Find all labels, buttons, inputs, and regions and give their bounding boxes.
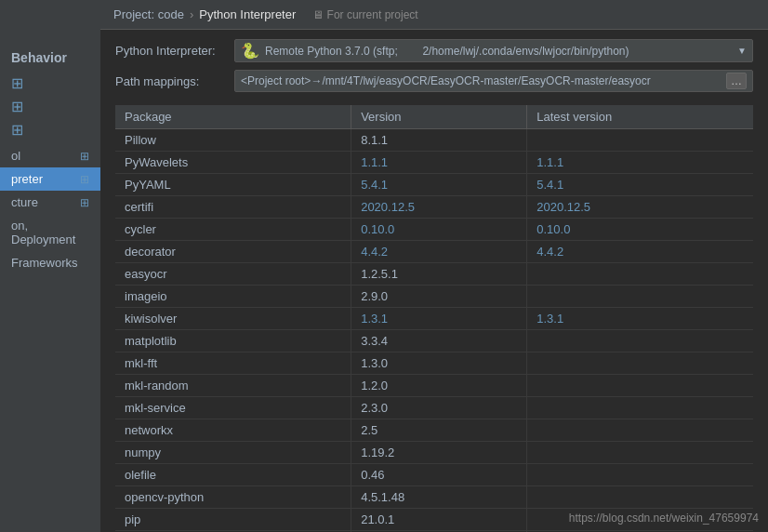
- sidebar-item-structure[interactable]: cture ⊞: [0, 191, 100, 214]
- package-version: 4.4.2: [351, 241, 527, 263]
- breadcrumb-bar: Project: code › Python Interpreter 🖥 For…: [100, 0, 768, 30]
- path-mappings-row: Path mappings: <Project root>→/mnt/4T/lw…: [115, 70, 753, 92]
- table-row[interactable]: cycler0.10.00.10.0: [115, 219, 753, 241]
- package-name: matplotlib: [115, 330, 351, 352]
- path-field: <Project root>→/mnt/4T/lwj/easyOCR/EasyO…: [234, 70, 753, 92]
- path-mappings-label: Path mappings:: [115, 74, 227, 88]
- sidebar-item-tool[interactable]: ol ⊞: [0, 144, 100, 167]
- package-latest-version: [527, 375, 753, 397]
- sidebar-behavior-label: Behavior: [0, 43, 100, 69]
- sidebar-item-deployment[interactable]: on, Deployment: [0, 214, 100, 251]
- table-row[interactable]: matplotlib3.3.4: [115, 330, 753, 352]
- table-row[interactable]: pip21.0.1: [115, 509, 753, 531]
- interpreter-row: Python Interpreter: 🐍 Remote Python 3.7.…: [115, 39, 753, 62]
- table-body: Pillow8.1.1PyWavelets1.1.11.1.1PyYAML5.4…: [115, 129, 753, 533]
- table-row[interactable]: networkx2.5: [115, 419, 753, 442]
- table-header: Package Version Latest version: [115, 105, 753, 129]
- table-row[interactable]: decorator4.4.24.4.2: [115, 241, 753, 263]
- sidebar-interpreter-icon: ⊞: [80, 173, 89, 186]
- package-name: imageio: [115, 286, 351, 308]
- package-version: 5.4.1: [351, 174, 527, 196]
- table-row[interactable]: numpy1.19.2: [115, 442, 753, 464]
- sidebar-icon-1[interactable]: ⊞: [7, 73, 93, 94]
- package-version: 1.3.0: [351, 352, 527, 375]
- package-version: 4.5.1.48: [351, 486, 527, 509]
- package-version: 2.5: [351, 419, 527, 442]
- package-name: olefile: [115, 464, 351, 486]
- table-row[interactable]: PyWavelets1.1.11.1.1: [115, 152, 753, 174]
- package-latest-version: [527, 397, 753, 419]
- package-name: pip: [115, 509, 351, 531]
- package-version: 1.3.1: [351, 308, 527, 330]
- python-icon: 🐍: [241, 42, 259, 60]
- package-version: 2.3.0: [351, 397, 527, 419]
- package-latest-version: [527, 286, 753, 308]
- package-name: certifi: [115, 196, 351, 219]
- package-name: kiwisolver: [115, 308, 351, 330]
- table-row[interactable]: opencv-python4.5.1.48: [115, 486, 753, 509]
- package-name: opencv-python: [115, 486, 351, 509]
- package-latest-version: [527, 129, 753, 152]
- package-latest-version: 2020.12.5: [527, 196, 753, 219]
- package-version: 8.1.1: [351, 129, 527, 152]
- package-latest-version: [527, 330, 753, 352]
- sidebar-icon-2[interactable]: ⊞: [7, 96, 93, 117]
- package-name: cycler: [115, 219, 351, 241]
- table-row[interactable]: PyYAML5.4.15.4.1: [115, 174, 753, 196]
- sidebar-item-frameworks[interactable]: Frameworks: [0, 251, 100, 274]
- package-version: 2.9.0: [351, 286, 527, 308]
- table-row[interactable]: mkl-service2.3.0: [115, 397, 753, 419]
- package-name: decorator: [115, 241, 351, 263]
- table-row[interactable]: kiwisolver1.3.11.3.1: [115, 308, 753, 330]
- sidebar-icon-3[interactable]: ⊞: [7, 119, 93, 140]
- package-latest-version: [527, 486, 753, 509]
- package-name: Pillow: [115, 129, 351, 152]
- package-latest-version: 4.4.2: [527, 241, 753, 263]
- interpreter-field[interactable]: 🐍 Remote Python 3.7.0 (sftp; 2/home/lwj/…: [234, 39, 753, 62]
- sidebar-tool-icon: ⊞: [80, 150, 89, 163]
- package-latest-version: 1.3.1: [527, 308, 753, 330]
- package-latest-version: [527, 509, 753, 531]
- breadcrumb-project[interactable]: Project: code: [113, 7, 184, 21]
- package-name: networkx: [115, 419, 351, 442]
- package-name: PyYAML: [115, 174, 351, 196]
- table-row[interactable]: imageio2.9.0: [115, 286, 753, 308]
- interpreter-dropdown-arrow[interactable]: ▼: [737, 46, 747, 56]
- package-latest-version: 0.10.0: [527, 219, 753, 241]
- sidebar-item-interpreter[interactable]: preter ⊞: [0, 167, 100, 191]
- package-latest-version: [527, 263, 753, 286]
- sidebar: Behavior ⊞ ⊞ ⊞ ol ⊞ preter ⊞ cture ⊞ on,…: [0, 0, 100, 532]
- col-version: Version: [351, 105, 527, 129]
- package-latest-version: 1.1.1: [527, 152, 753, 174]
- table-row[interactable]: mkl-fft1.3.0: [115, 352, 753, 375]
- breadcrumb-tag: 🖥 For current project: [312, 8, 417, 21]
- package-latest-version: [527, 442, 753, 464]
- package-version: 0.46: [351, 464, 527, 486]
- path-browse-button[interactable]: …: [726, 73, 747, 89]
- package-version: 1.2.0: [351, 375, 527, 397]
- package-name: mkl-service: [115, 397, 351, 419]
- sidebar-icon-group: ⊞ ⊞ ⊞: [0, 69, 100, 144]
- col-package: Package: [115, 105, 351, 129]
- main-content: Project: code › Python Interpreter 🖥 For…: [100, 0, 768, 532]
- package-version: 0.10.0: [351, 219, 527, 241]
- table-row[interactable]: Pillow8.1.1: [115, 129, 753, 152]
- table-row[interactable]: mkl-random1.2.0: [115, 375, 753, 397]
- package-version: 1.19.2: [351, 442, 527, 464]
- table-row[interactable]: certifi2020.12.52020.12.5: [115, 196, 753, 219]
- table-row[interactable]: olefile0.46: [115, 464, 753, 486]
- package-version: 1.2.5.1: [351, 263, 527, 286]
- packages-table-wrapper: Package Version Latest version Pillow8.1…: [115, 105, 753, 532]
- package-latest-version: [527, 464, 753, 486]
- table-row[interactable]: easyocr1.2.5.1: [115, 263, 753, 286]
- package-name: easyocr: [115, 263, 351, 286]
- col-latest: Latest version: [527, 105, 753, 129]
- package-latest-version: 5.4.1: [527, 174, 753, 196]
- package-version: 2020.12.5: [351, 196, 527, 219]
- packages-table: Package Version Latest version Pillow8.1…: [115, 105, 753, 532]
- sidebar-structure-icon: ⊞: [80, 196, 89, 209]
- form-area: Python Interpreter: 🐍 Remote Python 3.7.…: [100, 30, 768, 105]
- breadcrumb-sep: ›: [190, 7, 193, 21]
- interpreter-label: Python Interpreter:: [115, 44, 227, 58]
- package-name: PyWavelets: [115, 152, 351, 174]
